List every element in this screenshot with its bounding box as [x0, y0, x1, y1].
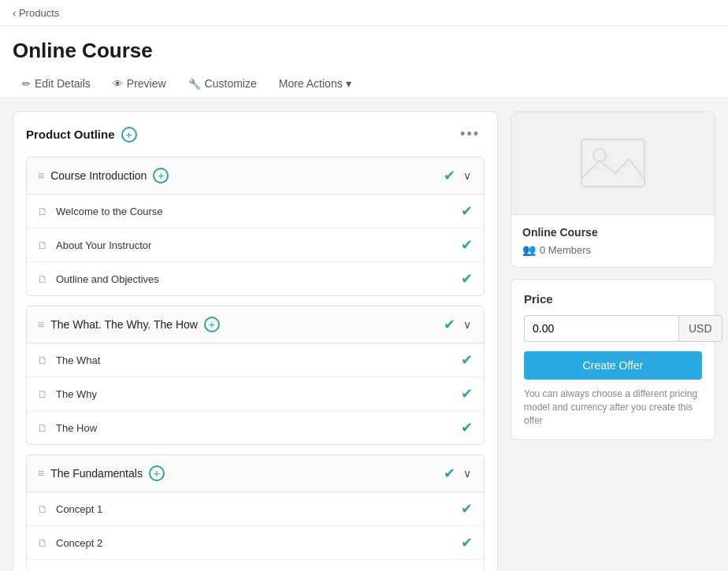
page-title: Online Course [13, 39, 715, 63]
drag-handle-icon: ≡ [38, 318, 44, 331]
outline-title-group: Product Outline + [26, 127, 137, 143]
lesson-5-name: The Why [56, 388, 97, 400]
price-label: Price [524, 292, 702, 306]
lesson-6-check-icon: ✔ [461, 419, 473, 436]
lesson-7-name: Concept 1 [56, 503, 102, 515]
lesson-6-name: The How [56, 422, 97, 434]
add-lesson-section-1-button[interactable]: + [153, 168, 169, 184]
preview-info: Online Course 👥 0 Members [511, 214, 715, 267]
doc-icon: 🗋 [38, 537, 48, 549]
doc-icon: 🗋 [38, 239, 48, 251]
lesson-row: 🗋 The Why ✔ [27, 377, 484, 411]
section-1-collapse-button[interactable]: ∨ [462, 168, 473, 184]
breadcrumb-link[interactable]: Products [13, 7, 59, 19]
doc-icon: 🗋 [38, 273, 48, 285]
section-3-left: ≡ The Fundamentals + [38, 465, 165, 481]
lesson-8-check-icon: ✔ [461, 534, 473, 551]
price-input-row: USD [524, 315, 702, 342]
section-2-name: The What. The Why. The How [50, 318, 198, 331]
section-3-collapse-button[interactable]: ∨ [462, 465, 473, 481]
header-section: Online Course ✏ Edit Details 👁 Preview 🔧… [0, 26, 728, 98]
outline-header: Product Outline + ••• [26, 124, 485, 144]
toolbar: ✏ Edit Details 👁 Preview 🔧 Customize Mor… [13, 71, 715, 98]
add-lesson-section-2-button[interactable]: + [204, 317, 220, 332]
add-lesson-section-3-button[interactable]: + [149, 465, 165, 481]
lesson-left: 🗋 Concept 2 [38, 537, 102, 549]
lesson-row: 🗋 Post #2 ✔ [27, 560, 484, 571]
lesson-row: 🗋 The What ✔ [27, 343, 484, 377]
section-block: ≡ Course Introduction + ✔ ∨ 🗋 Welcome to [26, 157, 485, 296]
lesson-1-name: Welcome to the Course [56, 206, 163, 217]
doc-icon: 🗋 [38, 206, 48, 217]
section-2-collapse-button[interactable]: ∨ [462, 317, 473, 332]
section-2-check-icon: ✔ [444, 316, 455, 333]
lesson-row: 🗋 Welcome to the Course ✔ [27, 195, 484, 228]
outline-title: Product Outline [26, 128, 115, 141]
edit-details-label: Edit Details [35, 77, 91, 90]
create-offer-button[interactable]: Create Offer [524, 351, 702, 380]
drag-handle-icon: ≡ [38, 467, 44, 480]
section-block: ≡ The What. The Why. The How + ✔ ∨ 🗋 The [26, 306, 485, 445]
lesson-left: 🗋 The Why [38, 388, 97, 400]
preview-button[interactable]: 👁 Preview [103, 71, 176, 98]
section-3-right: ✔ ∨ [444, 465, 473, 482]
pencil-icon: ✏ [22, 78, 31, 90]
doc-icon: 🗋 [38, 388, 48, 400]
outline-menu-button[interactable]: ••• [455, 124, 485, 144]
lesson-left: 🗋 The How [38, 422, 97, 434]
right-panel: Online Course 👥 0 Members Price USD Crea… [511, 111, 715, 571]
preview-course-title: Online Course [522, 226, 704, 239]
wrench-icon: 🔧 [188, 78, 201, 90]
lesson-row: 🗋 The How ✔ [27, 411, 484, 444]
price-card: Price USD Create Offer You can always ch… [511, 279, 715, 440]
doc-icon: 🗋 [38, 354, 48, 366]
section-1-left: ≡ Course Introduction + [38, 168, 169, 184]
doc-icon: 🗋 [38, 422, 48, 434]
lesson-4-name: The What [56, 354, 100, 366]
preview-image-area [511, 112, 715, 214]
section-1-right: ✔ ∨ [444, 167, 473, 184]
price-note: You can always choose a different pricin… [524, 387, 702, 427]
customize-label: Customize [205, 77, 257, 90]
preview-card: Online Course 👥 0 Members [511, 111, 715, 268]
lesson-left: 🗋 Outline and Objectives [38, 273, 159, 285]
section-2-left: ≡ The What. The Why. The How + [38, 317, 220, 332]
lesson-left: 🗋 The What [38, 354, 100, 366]
section-header-1: ≡ Course Introduction + ✔ ∨ [27, 158, 484, 195]
lesson-9-check-icon: ✔ [461, 568, 473, 571]
lesson-row: 🗋 Outline and Objectives ✔ [27, 262, 484, 295]
doc-icon: 🗋 [38, 503, 48, 515]
lesson-1-check-icon: ✔ [461, 202, 473, 220]
section-header-2: ≡ The What. The Why. The How + ✔ ∨ [27, 306, 484, 343]
lesson-3-name: Outline and Objectives [56, 273, 159, 285]
currency-label: USD [678, 315, 722, 342]
lesson-4-check-icon: ✔ [461, 351, 473, 369]
eye-icon: 👁 [113, 78, 123, 90]
section-1-name: Course Introduction [50, 169, 147, 182]
lesson-7-check-icon: ✔ [461, 500, 473, 517]
lesson-row: 🗋 Concept 2 ✔ [27, 526, 484, 560]
preview-label: Preview [127, 77, 166, 90]
add-section-button[interactable]: + [121, 127, 137, 143]
lesson-left: 🗋 Concept 1 [38, 503, 102, 515]
section-2-right: ✔ ∨ [444, 316, 473, 333]
outline-card: Product Outline + ••• ≡ Course Introduct… [13, 111, 498, 571]
more-actions-label: More Actions ▾ [279, 77, 351, 90]
more-actions-button[interactable]: More Actions ▾ [269, 71, 361, 98]
customize-button[interactable]: 🔧 Customize [179, 71, 266, 98]
edit-details-button[interactable]: ✏ Edit Details [13, 71, 100, 98]
lesson-3-check-icon: ✔ [461, 270, 473, 287]
lesson-left: 🗋 Welcome to the Course [38, 206, 163, 217]
section-block: ≡ The Fundamentals + ✔ ∨ 🗋 Concept 1 [26, 454, 485, 571]
lesson-2-name: About Your Instructor [56, 239, 151, 251]
page-wrapper: Products Online Course ✏ Edit Details 👁 … [0, 0, 728, 571]
lesson-row: 🗋 Concept 1 ✔ [27, 492, 484, 526]
lesson-8-name: Concept 2 [56, 537, 102, 549]
section-1-check-icon: ✔ [444, 167, 455, 184]
placeholder-image-icon [578, 135, 648, 191]
members-icon: 👥 [522, 243, 536, 256]
price-input[interactable] [524, 315, 678, 342]
svg-rect-0 [581, 139, 644, 187]
lesson-row: 🗋 About Your Instructor ✔ [27, 228, 484, 262]
section-header-3: ≡ The Fundamentals + ✔ ∨ [27, 455, 484, 492]
